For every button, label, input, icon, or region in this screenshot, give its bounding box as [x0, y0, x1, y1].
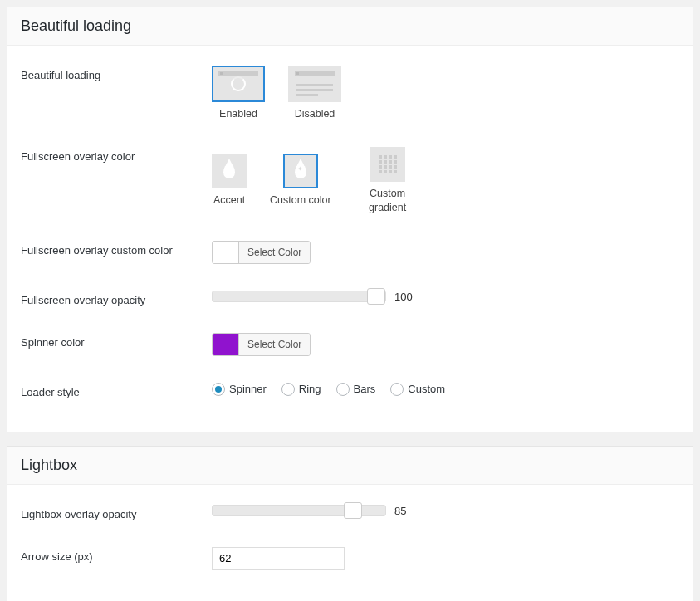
- overlay-opacity-slider-wrap: 100: [212, 291, 434, 303]
- option-custom-color[interactable]: Custom color: [270, 154, 331, 207]
- caption-disabled: Disabled: [295, 107, 335, 120]
- thumb-disabled: [288, 66, 341, 102]
- drop-icon: [223, 164, 235, 178]
- grid-icon: [379, 155, 397, 173]
- radio-label-bars: Bars: [354, 383, 376, 395]
- loader-style-content: Spinner Ring Bars Custom: [212, 383, 679, 396]
- beautiful-loading-panel: Beautiful loading Beautiful loading Enab…: [7, 7, 693, 432]
- thumb-custom-gradient: [370, 147, 405, 182]
- row-overlay-custom-color: Fullscreen overlay custom color Select C…: [21, 227, 679, 277]
- radio-ring[interactable]: Ring: [281, 383, 321, 396]
- overlay-custom-color-content: Select Color: [212, 241, 679, 264]
- lightbox-opacity-slider-wrap: 85: [212, 505, 434, 517]
- label-arrow-size: Arrow size (px): [21, 547, 212, 563]
- panel-body-lightbox: Lightbox overlay opacity 85 Arrow size (…: [7, 485, 693, 601]
- panel-body: Beautiful loading Enabled Disabled: [7, 46, 693, 432]
- row-overlay-color: Fullscreen overlay color Accent Custom c…: [21, 134, 679, 227]
- radio-spinner[interactable]: Spinner: [212, 383, 267, 396]
- thumb-enabled: [212, 66, 265, 102]
- color-picker-spinner[interactable]: Select Color: [212, 333, 311, 356]
- label-overlay-color: Fullscreen overlay color: [21, 147, 212, 163]
- radio-label-custom: Custom: [408, 383, 445, 395]
- radio-circle-spinner: [212, 383, 225, 396]
- color-swatch-spinner[interactable]: [213, 334, 239, 355]
- option-custom-gradient[interactable]: Custom gradient: [355, 147, 421, 214]
- label-overlay-opacity: Fullscreen overlay opacity: [21, 291, 212, 306]
- label-beautiful-loading: Beautiful loading: [21, 66, 212, 81]
- lightbox-opacity-value: 85: [394, 505, 434, 517]
- lightbox-opacity-content: 85: [212, 505, 679, 517]
- panel-title-lightbox: Lightbox: [21, 457, 679, 474]
- beautiful-loading-options: Enabled Disabled: [212, 66, 679, 120]
- option-enabled[interactable]: Enabled: [212, 66, 265, 120]
- label-loader-style: Loader style: [21, 383, 212, 398]
- color-picker-overlay[interactable]: Select Color: [212, 241, 311, 264]
- panel-header-lightbox: Lightbox: [7, 447, 693, 485]
- overlay-opacity-slider[interactable]: [212, 291, 386, 302]
- overlay-color-options: Accent Custom color Custom gradient: [212, 147, 679, 214]
- caption-enabled: Enabled: [219, 107, 257, 120]
- thumb-custom-color: [283, 154, 318, 188]
- label-overlay-custom-color: Fullscreen overlay custom color: [21, 241, 212, 257]
- row-beautiful-loading: Beautiful loading Enabled Disabled: [21, 52, 679, 134]
- lightbox-opacity-slider[interactable]: [212, 505, 386, 516]
- thumb-accent: [212, 154, 247, 188]
- radio-custom[interactable]: Custom: [390, 383, 445, 396]
- panel-header: Beautiful loading: [7, 7, 693, 46]
- radio-circle-ring: [281, 383, 295, 396]
- arrow-size-input[interactable]: [212, 547, 345, 570]
- select-color-button-spinner[interactable]: Select Color: [239, 334, 310, 355]
- label-spinner-color: Spinner color: [21, 333, 212, 349]
- option-disabled[interactable]: Disabled: [288, 66, 341, 120]
- arrow-size-content: [212, 547, 679, 570]
- spinner-icon: [231, 76, 246, 91]
- radio-bars[interactable]: Bars: [336, 383, 376, 396]
- row-arrow-size: Arrow size (px): [21, 534, 679, 584]
- row-lightbox-opacity: Lightbox overlay opacity 85: [21, 491, 679, 534]
- radio-label-spinner: Spinner: [229, 383, 267, 395]
- color-swatch-overlay[interactable]: [213, 242, 239, 263]
- overlay-opacity-value: 100: [394, 291, 434, 303]
- caption-custom-color: Custom color: [270, 193, 331, 207]
- row-loader-style: Loader style Spinner Ring Bars: [21, 369, 679, 412]
- row-spinner-color: Spinner color Select Color: [21, 320, 679, 369]
- lightbox-panel: Lightbox Lightbox overlay opacity 85 Arr…: [7, 446, 693, 601]
- overlay-opacity-content: 100: [212, 291, 679, 303]
- caption-custom-gradient: Custom gradient: [355, 187, 421, 214]
- radio-circle-custom: [390, 383, 404, 396]
- drop-star-icon: [295, 164, 306, 178]
- label-lightbox-opacity: Lightbox overlay opacity: [21, 505, 212, 520]
- row-overlay-opacity: Fullscreen overlay opacity 100: [21, 277, 679, 320]
- option-accent[interactable]: Accent: [212, 154, 247, 207]
- radio-circle-bars: [336, 383, 350, 396]
- spinner-color-content: Select Color: [212, 333, 679, 356]
- select-color-button-overlay[interactable]: Select Color: [239, 242, 310, 263]
- panel-title: Beautiful loading: [21, 17, 679, 35]
- loader-style-radios: Spinner Ring Bars Custom: [212, 383, 445, 396]
- caption-accent: Accent: [213, 193, 245, 207]
- radio-label-ring: Ring: [299, 383, 321, 395]
